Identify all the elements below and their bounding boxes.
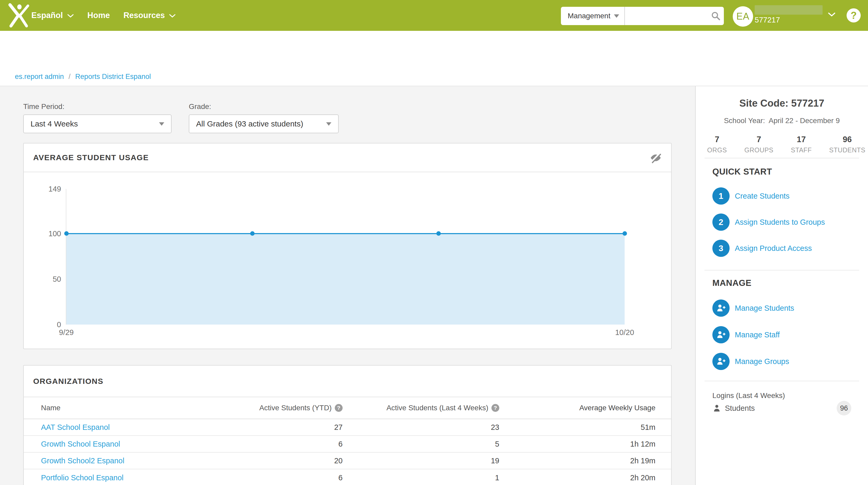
step-1-icon: 1: [712, 188, 730, 205]
manage-students-link[interactable]: Manage Students: [735, 304, 794, 313]
search-input[interactable]: [625, 7, 708, 25]
quick-start-item-create-students[interactable]: 1 Create Students: [712, 188, 790, 205]
nav-item-espanol[interactable]: Español: [31, 11, 74, 20]
table-row: Growth School Espanol 6 5 1h 12m: [24, 436, 671, 453]
user-menu[interactable]: 577217: [755, 5, 823, 24]
school-year: School Year: April 22 - December 9: [696, 117, 868, 125]
cell-active-last4: 19: [343, 457, 499, 465]
logins-students-row: Students 96: [712, 401, 851, 416]
breadcrumb-separator: /: [69, 73, 71, 81]
org-link[interactable]: Growth School2 Espanol: [41, 457, 211, 465]
organizations-table-header: Name Active Students (YTD) ? Active Stud…: [24, 397, 671, 419]
org-link[interactable]: AAT School Espanol: [41, 423, 211, 432]
chevron-down-icon: [67, 14, 74, 18]
time-period-select[interactable]: Last 4 Weeks: [23, 114, 172, 133]
step-3-icon: 3: [712, 239, 730, 257]
grade-value: All Grades (93 active students): [196, 119, 322, 128]
avatar-initials: EA: [736, 11, 749, 22]
manage-item-students[interactable]: Manage Students: [712, 299, 794, 317]
breadcrumb: es.report admin / Reports District Espan…: [15, 73, 151, 81]
chart-line: [66, 233, 625, 234]
step-2-icon: 2: [712, 213, 730, 231]
main-content: Time Period: Last 4 Weeks Grade: All Gra…: [0, 86, 695, 485]
assign-students-to-groups-link[interactable]: Assign Students to Groups: [735, 218, 825, 227]
breadcrumb-link-current[interactable]: Reports District Espanol: [75, 73, 151, 81]
stat-students: 96 STUDENTS: [829, 135, 865, 154]
cell-active-last4: 1: [343, 474, 499, 482]
school-year-label: School Year:: [724, 117, 765, 125]
chart-area-fill: [66, 234, 625, 324]
table-row: Growth School2 Espanol 20 19 2h 19m: [24, 453, 671, 469]
divider: [705, 158, 859, 159]
search-scope-select[interactable]: Management: [561, 7, 625, 25]
usage-panel-title: AVERAGE STUDENT USAGE: [33, 153, 149, 162]
user-avatar[interactable]: EA: [733, 6, 753, 27]
quick-start-item-product-access[interactable]: 3 Assign Product Access: [712, 239, 812, 257]
divider: [705, 270, 859, 270]
quick-start-item-assign-groups[interactable]: 2 Assign Students to Groups: [712, 213, 825, 231]
chart-data-point: [623, 231, 627, 236]
cell-active-ytd: 6: [211, 440, 343, 449]
column-header-name: Name: [41, 404, 211, 412]
logins-students-count-badge: 96: [837, 401, 851, 416]
nav-item-label: Home: [88, 11, 110, 20]
cell-active-ytd: 6: [211, 474, 343, 482]
site-code: Site Code: 577217: [696, 98, 868, 109]
dropdown-arrow-icon: [326, 122, 331, 126]
time-period-label: Time Period:: [23, 103, 64, 111]
person-add-icon: [712, 326, 730, 343]
time-period-value: Last 4 Weeks: [31, 119, 155, 128]
x-axis-label: 9/29: [59, 328, 74, 337]
organizations-panel-title: ORGANIZATIONS: [33, 377, 103, 386]
table-row: AAT School Espanol 27 23 51m: [24, 419, 671, 436]
cell-active-ytd: 20: [211, 457, 343, 465]
stat-orgs: 7 ORGS: [707, 135, 727, 154]
manage-item-staff[interactable]: Manage Staff: [712, 326, 780, 343]
org-link[interactable]: Growth School Espanol: [41, 440, 211, 449]
grade-select[interactable]: All Grades (93 active students): [189, 114, 339, 133]
site-stats: 7 ORGS 7 GROUPS 17 STAFF 96 STUDENTS: [707, 135, 865, 154]
y-axis-tick-label: 149: [32, 184, 61, 193]
manage-staff-link[interactable]: Manage Staff: [735, 331, 780, 339]
page-header: es.report admin / Reports District Espan…: [0, 31, 868, 86]
stat-staff: 17 STAFF: [791, 135, 812, 154]
help-icon: ?: [850, 10, 857, 21]
person-add-icon: [712, 299, 730, 317]
table-row: Portfolio School Espanol 6 1 2h 20m: [24, 469, 671, 485]
help-button[interactable]: ?: [846, 8, 861, 23]
create-students-link[interactable]: Create Students: [735, 192, 790, 200]
manage-heading: MANAGE: [712, 278, 751, 288]
nav-item-label: Resources: [124, 11, 165, 20]
manage-item-groups[interactable]: Manage Groups: [712, 353, 789, 370]
nav-search: Management: [561, 7, 724, 25]
x-axis-label: 10/20: [615, 328, 634, 337]
column-header-avg-usage: Average Weekly Usage: [499, 404, 655, 412]
y-axis-tick-label: 0: [32, 320, 61, 329]
nav-item-home[interactable]: Home: [88, 11, 110, 20]
logins-title: Logins (Last 4 Weeks): [712, 392, 785, 400]
help-tooltip-icon[interactable]: ?: [491, 404, 499, 412]
explorelearning-logo[interactable]: [7, 3, 30, 28]
nav-item-resources[interactable]: Resources: [124, 11, 176, 20]
breadcrumb-link-admin[interactable]: es.report admin: [15, 73, 64, 81]
school-year-value: April 22 - December 9: [769, 117, 840, 125]
dropdown-arrow-icon: [159, 122, 164, 126]
nav-site-code: 577217: [755, 16, 823, 24]
grade-label: Grade:: [189, 103, 211, 111]
divider: [705, 381, 859, 381]
cell-active-last4: 5: [343, 440, 499, 449]
cell-avg-usage: 2h 19m: [499, 457, 655, 465]
help-tooltip-icon[interactable]: ?: [335, 404, 343, 412]
person-add-icon: [712, 353, 730, 370]
nav-item-label: Español: [31, 11, 63, 20]
assign-product-access-link[interactable]: Assign Product Access: [735, 244, 812, 253]
org-link[interactable]: Portfolio School Espanol: [41, 474, 211, 482]
manage-groups-link[interactable]: Manage Groups: [735, 357, 789, 366]
user-menu-chevron-icon[interactable]: [828, 12, 836, 17]
right-sidebar: Site Code: 577217 School Year: April 22 …: [695, 86, 868, 485]
column-header-active-last4: Active Students (Last 4 Weeks): [386, 404, 488, 412]
hide-chart-eye-slash-icon[interactable]: [650, 152, 662, 164]
stat-groups: 7 GROUPS: [744, 135, 773, 154]
cell-active-last4: 23: [343, 423, 499, 432]
search-button[interactable]: [708, 7, 724, 25]
